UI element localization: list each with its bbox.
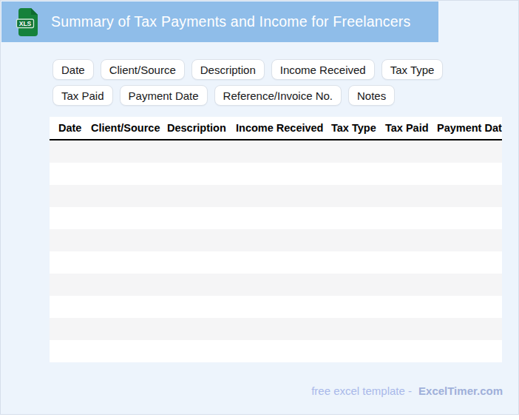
chip-reference-invoice-no[interactable]: Reference/Invoice No. — [214, 85, 342, 106]
template-card: XLS Summary of Tax Payments and Income f… — [0, 0, 519, 415]
chip-notes[interactable]: Notes — [348, 85, 395, 106]
table-row — [50, 251, 502, 274]
page-title: Summary of Tax Payments and Income for F… — [51, 13, 411, 30]
table-row — [50, 296, 502, 318]
column-header-income-received: Income Received — [236, 122, 331, 134]
title-bar: XLS Summary of Tax Payments and Income f… — [1, 1, 438, 42]
summary-table: Date Client/Source Description Income Re… — [50, 117, 502, 362]
chip-date[interactable]: Date — [52, 59, 94, 80]
svg-text:XLS: XLS — [19, 20, 32, 27]
column-header-payment-date: Payment Date — [437, 122, 502, 134]
footer: free excel template -ExcelTimer.com — [311, 385, 503, 397]
column-header-date: Date — [50, 122, 91, 134]
column-header-tax-type: Tax Type — [331, 122, 385, 134]
table-header-row: Date Client/Source Description Income Re… — [50, 117, 502, 140]
chip-tax-type[interactable]: Tax Type — [381, 59, 444, 80]
column-chip-list: Date Client/Source Description Income Re… — [52, 59, 480, 106]
chip-income-received[interactable]: Income Received — [271, 59, 375, 80]
table-body — [50, 140, 502, 362]
table-row — [50, 229, 502, 251]
table-row — [50, 140, 502, 163]
chip-payment-date[interactable]: Payment Date — [120, 85, 208, 106]
table-row — [50, 207, 502, 229]
table-row — [50, 318, 502, 340]
table-row — [50, 274, 502, 296]
chip-description[interactable]: Description — [191, 59, 265, 80]
table-row — [50, 163, 502, 185]
column-header-client-source: Client/Source — [91, 122, 167, 134]
column-header-description: Description — [167, 122, 236, 134]
table-row — [50, 185, 502, 207]
xls-file-icon: XLS — [16, 7, 40, 38]
chip-tax-paid[interactable]: Tax Paid — [52, 85, 113, 106]
table-row — [50, 340, 502, 362]
footer-brand-link[interactable]: ExcelTimer.com — [418, 385, 503, 397]
chip-client-source[interactable]: Client/Source — [101, 59, 185, 80]
page: XLS Summary of Tax Payments and Income f… — [0, 0, 519, 420]
column-header-tax-paid: Tax Paid — [385, 122, 437, 134]
footer-text: free excel template - — [311, 385, 412, 397]
